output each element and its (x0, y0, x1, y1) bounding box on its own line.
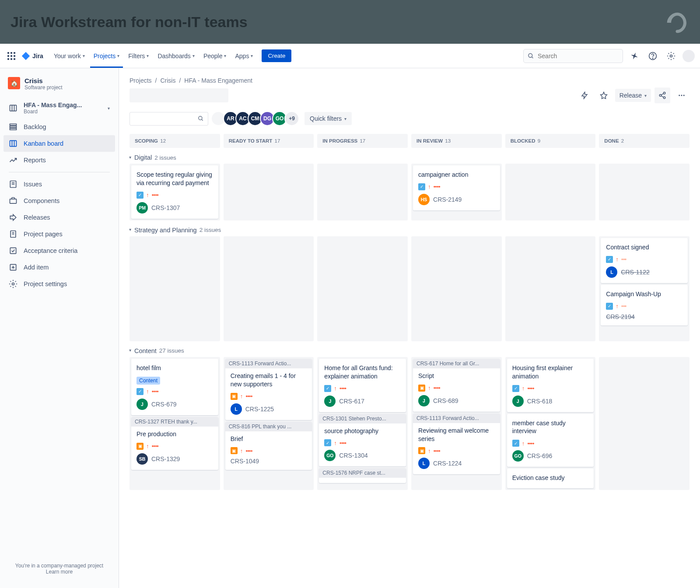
issue-card[interactable]: CRS-617 Home for all Gr...Script ▣ ↑ ●●●… (413, 359, 500, 412)
profile-avatar[interactable] (682, 50, 695, 62)
quick-filters-button[interactable]: Quick filters▾ (304, 112, 352, 125)
swimlane-header[interactable]: ▸Digital 2 issues (130, 151, 690, 164)
app-switcher-icon[interactable] (5, 50, 18, 62)
card-epic-link[interactable]: CRS-1113 Forward Actio... (225, 359, 312, 368)
column-cell[interactable] (505, 164, 596, 220)
swimlane-header[interactable]: ▸Strategy and Planning 2 issues (130, 224, 690, 236)
assignee-avatar[interactable]: GO (324, 450, 336, 461)
card-epic-link[interactable]: CRS-1327 RTEH thank y... (131, 417, 218, 427)
nav-item-projects[interactable]: Projects▾ (90, 50, 123, 62)
issue-card[interactable]: CRS-816 PPL thank you ...Brief ▣ ↑ ●●●● … (225, 422, 312, 470)
search-input[interactable] (523, 49, 623, 63)
sidebar-item-pages[interactable]: Project pages (4, 226, 115, 242)
column-cell[interactable]: CRS-1113 Forward Actio...Creating emails… (224, 357, 314, 490)
assignee-avatar[interactable]: J (512, 396, 524, 407)
card-epic-link[interactable]: CRS-1576 NRPF case st... (319, 468, 406, 478)
issue-card[interactable]: CRS-1113 Forward Actio...Creating emails… (225, 359, 312, 420)
column-cell[interactable] (599, 164, 690, 220)
board-search-input[interactable] (130, 112, 208, 126)
assignee-avatar[interactable]: HS (418, 194, 430, 205)
nav-item-dashboards[interactable]: Dashboards▾ (154, 50, 198, 62)
assignee-avatar[interactable]: J (136, 399, 148, 410)
card-epic-link[interactable]: CRS-1113 Forward Actio... (413, 413, 500, 423)
issue-card[interactable]: hotel filmContent ✓ ↑ ●●●● J CRS-679 (131, 359, 218, 415)
issue-card[interactable]: campaigner action ✓ ↑ ●●●● HS CRS-2149 (413, 165, 500, 210)
assignee-avatar[interactable]: L (231, 403, 242, 415)
help-icon[interactable] (646, 49, 660, 63)
column-cell[interactable] (411, 236, 502, 341)
board-selector[interactable]: HFA - Mass Engag... Board ▾ (4, 98, 115, 119)
assignee-avatar[interactable]: GO (512, 450, 524, 462)
column-cell[interactable] (317, 164, 408, 220)
issue-card[interactable]: CRS-1327 RTEH thank y...Pre production ▣… (131, 417, 218, 470)
issue-card[interactable]: member case study interview ✓ ↑ ●●●● GO … (507, 414, 594, 467)
assignee-avatar[interactable]: SB (136, 453, 148, 465)
global-search[interactable] (523, 49, 623, 63)
column-cell[interactable]: hotel filmContent ✓ ↑ ●●●● J CRS-679 CRS… (130, 357, 220, 490)
column-cell[interactable] (317, 236, 408, 341)
column-cell[interactable]: campaigner action ✓ ↑ ●●●● HS CRS-2149 (411, 164, 502, 220)
column-cell[interactable]: Scope testing regular giving via recurri… (130, 164, 220, 220)
assignee-avatar[interactable]: L (606, 266, 617, 278)
column-cell[interactable] (130, 236, 220, 341)
issue-card[interactable]: Housing first explainer animation ✓ ↑ ●●… (507, 359, 594, 412)
sidebar-item-settings[interactable]: Project settings (4, 276, 115, 292)
nav-item-filters[interactable]: Filters▾ (125, 50, 152, 62)
sidebar-item-components[interactable]: Components (4, 192, 115, 209)
more-icon[interactable] (674, 88, 690, 103)
sidebar-item-acceptance[interactable]: Acceptance criteria (4, 242, 115, 259)
column-cell[interactable] (599, 357, 690, 490)
breadcrumb-item[interactable]: Projects (130, 77, 152, 84)
nav-item-apps[interactable]: Apps▾ (231, 50, 256, 62)
assignee-avatar[interactable]: PM (136, 202, 148, 214)
sidebar-item-issues[interactable]: Issues (4, 176, 115, 192)
release-button[interactable]: Release▾ (615, 89, 651, 102)
assignee-avatar[interactable]: J (324, 396, 336, 407)
column-cell[interactable]: CRS-617 Home for all Gr...Script ▣ ↑ ●●●… (411, 357, 502, 490)
issue-card[interactable]: CRS-1301 Stehen Presto...source photogra… (319, 414, 406, 467)
notifications-icon[interactable] (627, 49, 641, 63)
board-search[interactable] (130, 112, 208, 126)
create-button[interactable]: Create (262, 49, 291, 62)
chevron-down-icon: ▾ (108, 106, 110, 111)
issue-card[interactable]: CRS-1113 Forward Actio...Reviewing email… (413, 413, 500, 475)
sidebar-item-kanban[interactable]: Kanban board (4, 135, 115, 152)
card-epic-link[interactable]: CRS-1301 Stehen Presto... (319, 414, 406, 424)
issue-key: CRS-1224 (433, 460, 462, 467)
issue-card[interactable]: Eviction case study (507, 469, 594, 488)
card-title: hotel film (136, 364, 213, 372)
sidebar-item-reports[interactable]: Reports (4, 152, 115, 168)
nav-item-your-work[interactable]: Your work▾ (50, 50, 88, 62)
breadcrumb-item[interactable]: Crisis (160, 77, 175, 84)
sidebar-item-additem[interactable]: Add item (4, 259, 115, 276)
column-cell[interactable] (505, 236, 596, 341)
project-header[interactable]: 🏠 Crisis Software project (4, 77, 115, 98)
column-cell[interactable]: Contract signed ✓ ↑ ●●● L CRS-1122 Campa… (599, 236, 690, 341)
automation-icon[interactable] (577, 88, 592, 103)
column-cell[interactable]: Home for all Grants fund: explainer anim… (317, 357, 408, 490)
issue-card[interactable]: Contract signed ✓ ↑ ●●● L CRS-1122 (601, 238, 688, 283)
sidebar-item-releases[interactable]: Releases (4, 209, 115, 226)
issue-card[interactable]: Scope testing regular giving via recurri… (131, 165, 218, 219)
learn-more-link[interactable]: Learn more (46, 569, 73, 575)
card-epic-link[interactable]: CRS-617 Home for all Gr... (413, 359, 500, 368)
assignee-avatar[interactable]: L (418, 458, 430, 469)
column-cell[interactable] (224, 164, 314, 220)
nav-item-people[interactable]: People▾ (200, 50, 230, 62)
assignee-avatar[interactable]: J (418, 395, 430, 406)
sidebar-item-backlog[interactable]: Backlog (4, 119, 115, 135)
issue-type-icon: ✓ (136, 192, 144, 199)
jira-logo[interactable]: Jira (21, 51, 43, 61)
issue-card[interactable]: CRS-1576 NRPF case st... (319, 468, 406, 483)
share-icon[interactable] (654, 88, 670, 103)
issue-card[interactable]: Campaign Wash-Up ✓ ↑ ●●● CRS-2194 (601, 285, 688, 326)
avatar-more[interactable]: +9 (284, 111, 299, 126)
swimlane-header[interactable]: ▸Content 27 issues (130, 345, 690, 357)
issue-card[interactable]: Home for all Grants fund: explainer anim… (319, 359, 406, 412)
column-cell[interactable] (224, 236, 314, 341)
column-cell[interactable]: Housing first explainer animation ✓ ↑ ●●… (505, 357, 596, 490)
settings-icon[interactable] (664, 49, 678, 63)
card-epic-link[interactable]: CRS-816 PPL thank you ... (225, 422, 312, 431)
star-icon[interactable] (596, 88, 612, 103)
breadcrumb-item[interactable]: HFA - Mass Engagement (184, 77, 252, 84)
